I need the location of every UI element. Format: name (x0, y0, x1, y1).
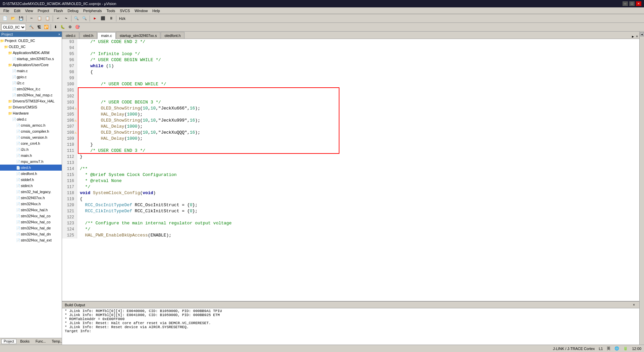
tree-item-stm32-hal-co1[interactable]: 📄stm32f4xx_hal_co (0, 213, 62, 219)
open-button[interactable]: 📂 (9, 15, 17, 22)
code-line-120[interactable]: RCC_OscInitTypeDef RCC_OscInitStruct = {… (80, 202, 639, 208)
code-line-98[interactable]: { (80, 69, 639, 75)
rebuild-button[interactable]: 🔁 (43, 24, 50, 31)
tree-item-cmsis-compiler[interactable]: 📄cmsis_compiler.h (0, 128, 62, 134)
tree-item-i2c-h[interactable]: 📄i2c.h (0, 146, 62, 152)
collapse-right-button[interactable]: ◀ (640, 32, 644, 36)
tree-item-oled-c[interactable]: 📄oled.c (0, 116, 62, 122)
menu-item-window[interactable]: Window (132, 8, 150, 13)
tree-item-stm32-hal-h[interactable]: 📄stm32f4xx_hal.h (0, 207, 62, 213)
menu-item-flash[interactable]: Flash (52, 8, 65, 13)
file-tab-oled-h-tab[interactable]: oled.h (79, 32, 97, 39)
menu-item-help[interactable]: Help (150, 8, 162, 13)
close-button[interactable]: ✕ (636, 1, 641, 6)
sidebar-tab-temp[interactable]: Temp... (50, 339, 62, 344)
build-button[interactable]: 🏗 (35, 24, 43, 31)
tree-item-stddef-h[interactable]: 📄stddef.h (0, 177, 62, 183)
new-file-button[interactable]: 📄 (1, 15, 9, 22)
menu-item-view[interactable]: View (23, 8, 35, 13)
tab-scroll-right[interactable]: ▶ × (631, 35, 639, 39)
tree-item-stm32-msp[interactable]: 📄stm32f4xx_hal_msp.c (0, 92, 62, 98)
cut-button[interactable]: ✂ (28, 15, 35, 22)
file-tab-oled-c-tab[interactable]: oled.c (62, 32, 79, 39)
code-line-113[interactable] (80, 160, 639, 166)
sidebar-tab-books[interactable]: Books (18, 339, 32, 344)
debug-button[interactable]: 🐛 (59, 24, 66, 31)
code-line-116[interactable]: * @retval None (80, 178, 639, 184)
code-line-124[interactable]: */ (80, 226, 639, 232)
tree-item-stdint-h[interactable]: 📄stdint.h (0, 183, 62, 189)
menu-item-debug[interactable]: Debug (66, 8, 80, 13)
code-line-122[interactable] (80, 214, 639, 220)
code-line-110[interactable]: } (80, 142, 639, 148)
code-line-95[interactable]: /* Infinite loop */ (80, 51, 639, 57)
tree-item-gpio-c[interactable]: 📄gpio.c (0, 74, 62, 80)
minimize-button[interactable]: ─ (623, 1, 628, 6)
tree-item-oled-h[interactable]: 📄oled.h (0, 165, 62, 171)
tree-item-stm32-hal-co2[interactable]: 📄stm32f4xx_hal_co (0, 219, 62, 225)
code-line-119[interactable]: { (80, 196, 639, 202)
run-button[interactable]: ▶ (91, 15, 99, 22)
project-select[interactable]: OLED_IIC (1, 24, 26, 31)
tree-item-hardware[interactable]: 📁Hardware (0, 110, 62, 116)
tree-item-app-mdk[interactable]: 📁Application/MDK-ARM (0, 50, 62, 56)
code-line-104[interactable]: ⚠ OLED_ShowString(10,10,"JeckXu666",16); (80, 105, 639, 112)
tree-item-stm32-it[interactable]: 📄stm32f4xx_it.c (0, 86, 62, 92)
code-line-99[interactable] (80, 75, 639, 81)
tree-item-oledfont-h[interactable]: 📄oledfont.h (0, 171, 62, 177)
menu-item-project[interactable]: Project (36, 8, 51, 13)
file-tab-oledfont-tab[interactable]: oledfont.h (161, 32, 184, 39)
sidebar-tab-func[interactable]: Func... (33, 339, 48, 344)
code-line-108[interactable]: ⚠ OLED_ShowString(10,10,"JeckXuQQQ",16); (80, 130, 639, 136)
save-button[interactable]: 💾 (17, 15, 25, 22)
tree-item-cmsis-armcc[interactable]: 📄cmsis_armcc.h (0, 122, 62, 128)
tree-item-stm32f407xx[interactable]: 📄stm32f407xx.h (0, 195, 62, 201)
menu-item-tools[interactable]: Tools (105, 8, 117, 13)
code-line-111[interactable]: /* USER CODE END 3 */ (80, 148, 639, 154)
code-line-114[interactable]: /** (80, 166, 639, 172)
menu-item-svcs[interactable]: SVCS (118, 8, 132, 13)
settings-button[interactable]: ⚙ (66, 24, 74, 31)
code-line-103[interactable]: /* USER CODE BEGIN 3 */ (80, 99, 639, 105)
tree-item-stm32-hal-dn[interactable]: 📄stm32f4xx_hal_dn (0, 231, 62, 237)
code-line-93[interactable]: /* USER CODE END 2 */ (80, 39, 639, 45)
tree-item-mpu-armv7[interactable]: 📄mpu_armv7.h (0, 159, 62, 165)
tree-item-stm32-hal-de[interactable]: 📄stm32f4xx_hal_de (0, 225, 62, 231)
tree-item-core-cm4[interactable]: 📄core_cm4.h (0, 140, 62, 146)
tree-item-project-root[interactable]: 📁Project: OLED_IIC (0, 38, 62, 44)
tree-item-stm32-hal-ext[interactable]: 📄stm32f4xx_hal_ext (0, 237, 62, 243)
stop-button[interactable]: ⬛ (99, 15, 107, 22)
code-line-94[interactable] (80, 45, 639, 51)
code-line-106[interactable]: ⚠ OLED_ShowString(10,10,"JeckXu999",16); (80, 118, 639, 124)
undo-button[interactable]: ↩ (54, 15, 62, 22)
menu-item-edit[interactable]: Edit (12, 8, 22, 13)
code-line-123[interactable]: /** Configure the main internal regulato… (80, 220, 639, 226)
code-line-121[interactable]: RCC_ClkInitTypeDef RCC_ClkInitStruct = {… (80, 208, 639, 214)
tree-item-drivers-stm[interactable]: 📁Drivers/STM32F4xx_HAL (0, 98, 62, 104)
code-line-100[interactable]: /* USER CODE END WHILE */ (80, 81, 639, 87)
file-tab-main-c-tab[interactable]: main.c (97, 32, 115, 39)
code-editor[interactable]: 9394959697989910010110210310410510610710… (62, 39, 639, 301)
redo-button[interactable]: ↪ (62, 15, 70, 22)
tree-item-main-h[interactable]: 📄main.h (0, 152, 62, 159)
code-line-101[interactable] (80, 87, 639, 93)
code-line-117[interactable]: */ (80, 184, 639, 190)
target-options-button[interactable]: 🎯 (74, 24, 81, 31)
code-line-97[interactable]: while (1) (80, 63, 639, 69)
tree-item-cmsis-version[interactable]: 📄cmsis_version.h (0, 134, 62, 140)
code-line-102[interactable] (80, 93, 639, 99)
clear-output-button[interactable]: × (631, 302, 637, 308)
find-button[interactable]: 🔍 (73, 15, 80, 22)
code-line-109[interactable]: HAL_Delay(1000); (80, 136, 639, 142)
tree-item-app-user[interactable]: 📁Application/User/Core (0, 62, 62, 68)
sidebar-tab-project[interactable]: Project (1, 339, 16, 344)
code-line-107[interactable]: HAL_Delay(1000); (80, 124, 639, 130)
tree-item-main-c[interactable]: 📄main.c (0, 68, 62, 74)
paste-button[interactable]: 📋 (44, 15, 51, 22)
code-line-105[interactable]: HAL_Delay(1000); (80, 112, 639, 118)
pause-button[interactable]: ⏸ (107, 15, 115, 22)
menu-item-peripherals[interactable]: Peripherals (81, 8, 104, 13)
tree-item-startup-s[interactable]: 📄startup_stm32f407xx.s (0, 56, 62, 62)
file-tab-startup-tab[interactable]: startup_stm32f407xx.s (116, 32, 161, 39)
code-line-96[interactable]: /* USER CODE BEGIN WHILE */ (80, 57, 639, 63)
